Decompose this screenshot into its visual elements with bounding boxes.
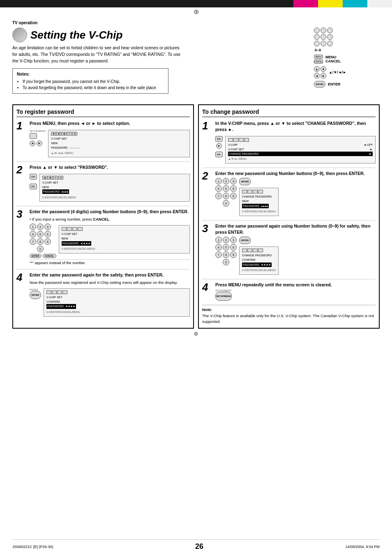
r-s3-nav: 0-9/ENTER/CANCEL/MENU xyxy=(242,268,276,272)
step-2-content: Press ▲ or ▼ to select "PASSWORD". CH+ C… xyxy=(30,164,190,202)
change-step-2-screen: CHANGE PASSWORD NEW PASSWORD ●●●● 0-9/EN… xyxy=(239,188,279,216)
bar-white xyxy=(367,0,392,7)
s1-row2: NEW xyxy=(51,141,187,145)
register-step-3: 3 Enter the password (4 digits) using Nu… xyxy=(16,209,190,265)
r-s3-row1: CHANGE PASSWORD xyxy=(242,253,276,258)
change-note: Note: The V-Chip feature is available on… xyxy=(202,305,376,325)
s1-nav-label: ▲/▼/◄/►/ MENU xyxy=(51,151,187,155)
notes-title: Notes: xyxy=(17,71,164,77)
s2-nav: 0-9/ENTER/CANCEL/MENU xyxy=(42,196,187,200)
r-s2-nav: 0-9/ENTER/CANCEL/MENU xyxy=(242,210,276,214)
setup-label: SETUP/MENU xyxy=(215,289,376,292)
step3-numpad: 1 2 3 4 5 6 7 8 9 xyxy=(30,223,56,245)
step-num-3: 3 xyxy=(16,209,26,219)
main-content: TV operation Setting the V-Chip An age l… xyxy=(0,16,392,345)
remote-num-btn xyxy=(321,34,326,40)
step-4-content: Enter the same password again for the sa… xyxy=(30,272,190,317)
step-1-visual: SETUP/MENU ◄ ► ◆| xyxy=(30,128,190,157)
r-s2-row3: PASSWORD ●●●● xyxy=(242,204,269,208)
step-3-sub: • If you input a wrong number, press CAN… xyxy=(30,216,190,222)
remote-num-btn xyxy=(327,41,333,46)
footer-right: 14/09/2004, 8:04 PM xyxy=(345,545,380,549)
icon-2-4: ▤ xyxy=(58,176,63,180)
icon-2-1: ▦ xyxy=(42,176,47,180)
icon-3-4 xyxy=(78,227,83,231)
num4: 4 xyxy=(30,231,36,237)
bar-black xyxy=(0,0,293,7)
remote-visual: 0–9 MENU CANCEL MENUCANCEL ▲ ▼ xyxy=(314,28,380,88)
change-step-3: 3 Enter the same password again using Nu… xyxy=(202,223,376,275)
footer: JSN00221C [E] (P26-30) 26 14/09/2004, 8:… xyxy=(12,539,380,551)
step2-ch: CH+ CH– xyxy=(30,174,37,189)
intro-text: An age limitation can be set to forbid c… xyxy=(12,45,185,64)
ch-plus: CH+ xyxy=(30,174,37,180)
change-step-2-title: Enter the new password using Number butt… xyxy=(215,170,376,177)
change-step-num-1: 1 xyxy=(202,120,212,131)
change-step-2-content: Enter the new password using Number butt… xyxy=(215,170,376,216)
screen-icons-4 xyxy=(46,290,187,294)
page: ⊕ TV operation Setting the V-Chip An age… xyxy=(0,0,392,555)
nav-area: ▲ ▼ ◄ ► ▲/▼/◄/► xyxy=(314,66,346,78)
setup-menu-visual: SETUP/MENU SETUP/MENU xyxy=(215,289,376,301)
change-step-3-title: Enter the same password again using Numb… xyxy=(215,223,376,235)
r3-enter-screen: ENTER CHANGE PASSWORD CON xyxy=(239,237,279,275)
remote-num-btn xyxy=(321,41,326,46)
menu-btn: MENU xyxy=(314,55,323,59)
register-step-1: 1 Press MENU, then press ◄ or ► to selec… xyxy=(16,120,190,157)
crosshair-bottom: ⊕ xyxy=(12,330,380,337)
icon2: ▦ xyxy=(56,132,61,136)
r-s1-row3: CHANGE PASSWORD► xyxy=(228,152,373,156)
change-step-4-content: Press MENU repeatedly until the menu scr… xyxy=(215,282,376,301)
change-step-3-content: Enter the same password again using Numb… xyxy=(215,223,376,275)
note-title: Note: xyxy=(202,307,376,313)
step-r2-numpad: 1 2 3 4 5 6 7 8 9 0 xyxy=(215,178,237,207)
step-3-visual: 1 2 3 4 5 6 7 8 9 0 xyxy=(30,223,190,258)
bar-yellow xyxy=(318,0,343,7)
r-icon-1-4 xyxy=(244,138,249,142)
remote-num-btn xyxy=(327,34,333,40)
intro-area: Setting the V-Chip An age limitation can… xyxy=(12,28,306,99)
icon-3-2 xyxy=(67,227,72,231)
remote-diagram-area: 0–9 MENU CANCEL MENUCANCEL ▲ ▼ xyxy=(314,28,380,99)
notes-box: Notes: If you forget the password, you c… xyxy=(12,68,168,94)
right-btn-r: ► xyxy=(216,143,222,149)
s3-row1: V-CHIP SET xyxy=(62,232,187,236)
num7: 7 xyxy=(30,238,36,245)
s4-row3: PASSWORD ★★★★ xyxy=(46,304,76,309)
r-icons-2 xyxy=(242,190,276,193)
step-3-screen: V-CHIP SET NEW PASSWORD ★★★★ 0-9/ENTER/C… xyxy=(59,225,190,253)
r-icon-3-1 xyxy=(242,249,247,252)
register-header: To register password xyxy=(16,108,190,117)
s4-row1: V-CHIP SET xyxy=(46,295,187,299)
icon-4-2 xyxy=(52,290,57,294)
s3-nav: 0-9/ENTER/CANCEL/MENU xyxy=(62,247,187,251)
num5: 5 xyxy=(37,231,44,237)
title-icon xyxy=(12,28,27,42)
nav-up: ▲ xyxy=(314,66,320,72)
screen-icons-2: ▦ ▣ ⊡ ▤ xyxy=(42,176,187,180)
menu-cancel-btns: MENU CANCEL xyxy=(314,55,323,64)
enter-cancel-btns: ENTER CANCEL xyxy=(30,254,56,258)
note-item-2: To avoid forgetting the password, write … xyxy=(23,85,164,91)
num0: 0 xyxy=(37,246,44,252)
enter-btn-r3: ENTER xyxy=(239,237,251,244)
enter-area: ENTER ENTER xyxy=(314,81,341,88)
r-icon-2-3 xyxy=(253,190,258,193)
step-1-content: Press MENU, then press ◄ or ► to select … xyxy=(30,120,190,157)
r-icon-1-1 xyxy=(228,138,233,142)
change-step-4: 4 Press MENU repeatedly until the menu s… xyxy=(202,282,376,301)
step-4-sub: Now the password was registered and V-Ch… xyxy=(30,280,190,285)
remote-num-btn xyxy=(321,28,326,33)
s4-row2: CONFIRM xyxy=(46,299,187,304)
s4-nav: 0-9/ENTER/CANCEL/MENU xyxy=(46,310,187,314)
ch-minus: CH– xyxy=(30,184,37,189)
r-icon-2-1 xyxy=(242,190,247,193)
r3-numpad: 1 2 3 4 5 6 7 8 9 xyxy=(215,237,237,258)
change-step-2: 2 Enter the new password using Number bu… xyxy=(202,170,376,216)
change-step-1-screen: V-CHIP►OFF V-CHIP SET► CHANGE PASSWORD► … xyxy=(225,136,376,164)
step-3-content: Enter the password (4 digits) using Numb… xyxy=(30,209,190,265)
change-step-2-visual: 1 2 3 4 5 6 7 8 9 0 xyxy=(215,178,376,216)
step-2-visual: CH+ CH– ▦ ▣ ⊡ ▤ V-CHIP SET xyxy=(30,172,190,202)
top-section: Setting the V-Chip An age limitation can… xyxy=(12,28,380,99)
icon3: ▣ xyxy=(62,132,67,136)
